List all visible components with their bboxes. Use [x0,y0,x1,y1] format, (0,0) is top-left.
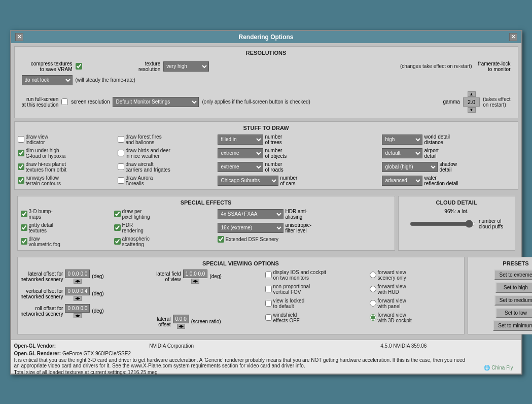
stuff-col1: draw viewindicator dim under highG-load … [18,134,117,186]
trees-label: numberof trees [265,134,282,145]
atmospheric-scattering-check[interactable]: atmosphericscattering [114,236,216,247]
resolutions-title: RESOLUTIONS [18,50,515,56]
lateral-offset-value: 0 0.0 0.0 [65,270,90,278]
airport-detail-label: airportdetail [424,148,439,159]
filter-label: anisotropic-filter level [286,222,312,233]
gamma-value: 2.0 [463,97,480,107]
gamma-label: gamma [443,99,460,105]
world-detail-select[interactable]: highdefaultlow [382,134,422,145]
set-high-button[interactable]: Set to high [495,282,532,293]
objects-select[interactable]: extremehighmediumlow [218,148,263,158]
water-reflection-label: waterreflection detail [424,175,458,186]
bump-maps-check[interactable]: 3-D bump-maps [21,209,112,220]
cloud-value-label: 96%: a lot. [402,209,512,214]
forward-with-panel-radio[interactable]: forward viewwith panel [370,298,461,309]
runways-follow-check[interactable]: runways followterrain contours [18,175,117,186]
lateral-screen-value: 0.0 0 [173,315,189,323]
objects-label: numberof objects [265,148,287,159]
airport-detail-select[interactable]: defaulthighlow [382,148,422,158]
texture-resolution-select[interactable]: very highhighmediumlow [163,61,209,72]
screen-resolution-label: screen resolution [71,99,110,105]
display-ios-check[interactable]: display IOS and cockpiton two monitors [265,270,367,281]
draw-forest-fires-check[interactable]: draw forest firesand balloons [118,134,217,145]
roads-select[interactable]: extremehighmediumlow [218,162,263,172]
special-effects-title: SPECIAL EFFECTS [21,199,392,206]
volumetric-fog-check[interactable]: drawvolumetric fog [21,236,112,247]
bottom-panels: SPECIAL VIEWING OPTIONS lateral offset f… [14,254,518,338]
title-bar: ✕ Rendering Options ✕ [11,31,521,43]
roll-offset-unit: (deg) [92,308,103,314]
cloud-puffs-label: number of cloud puffs [479,218,503,229]
forward-scenery-only-radio[interactable]: forward viewscenery only [370,270,461,281]
gamma-down[interactable]: ▼ [468,107,476,113]
dim-under-high-check[interactable]: dim under highG-load or hypoxia [18,148,117,159]
view-locked-check[interactable]: view is lockedto default [265,298,367,309]
set-low-button[interactable]: Set to low [495,308,532,318]
stuff-col2: draw forest firesand balloons draw birds… [118,134,217,186]
renderer-value: GeForce GTX 960/PCIe/SSE2 [62,351,131,356]
texture-resolution-label: texture resolution [138,61,160,72]
gritty-detail-check[interactable]: gritty detailtextures [21,222,112,233]
screen-resolution-select[interactable]: Default Monitor Settings [113,97,199,107]
set-minimum-button[interactable]: Set to minimum [493,320,532,331]
china-flyc-logo: 🌐 China Fly [484,365,513,371]
run-fullscreen-checkbox[interactable] [61,98,68,105]
lateral-field-arrow[interactable]: ◀▶ [191,279,199,284]
forward-with-hud-radio[interactable]: forward viewwith HUD [370,284,461,295]
water-reflection-select[interactable]: advancedbasicnone [382,176,422,186]
filter-select[interactable]: 16x (extreme)8x4x2xnone [218,223,283,233]
per-pixel-lighting-check[interactable]: draw perpixel lighting [114,209,216,220]
close-right-button[interactable]: ✕ [509,33,517,41]
close-left-button[interactable]: ✕ [15,33,23,41]
aa-select[interactable]: 4x SSAA+FXAANone2x SSAAFXAA [218,209,283,219]
forward-3d-cockpit-radio[interactable]: forward viewwith 3D cockpit [370,312,461,323]
cloud-slider[interactable] [410,220,476,228]
screen-note: (only applies if the full-screen button … [202,99,437,105]
vendor-label: Open-GL Vendor: [14,343,148,349]
compress-textures-label: compress textures to save VRAM [22,61,73,72]
framerate-lock-select[interactable]: do not lock30 fps60 fps [22,75,73,85]
stuff-col3: filled insparsenone numberof trees extre… [218,134,329,186]
special-effects-section: SPECIAL EFFECTS 3-D bump-maps gritty det… [17,196,395,251]
shadow-detail-select[interactable]: global (high)localnone [382,162,438,172]
roll-offset-arrow[interactable]: ◀▶ [74,313,82,318]
lateral-screen-arrow[interactable]: ◀▶ [177,324,185,329]
hdr-rendering-check[interactable]: HDRrendering [114,222,216,233]
main-window: ✕ Rendering Options ✕ RESOLUTIONS compre… [10,30,522,375]
roll-offset-value: 0 0.0 0.0 [65,304,90,313]
shadow-detail-label: shadowdetail [440,161,457,173]
set-extreme-button[interactable]: Set to extreme [494,270,532,280]
special-viewing-title: SPECIAL VIEWING OPTIONS [21,260,461,266]
vertical-offset-unit: (deg) [92,291,103,296]
gamma-up[interactable]: ▲ [468,91,476,97]
draw-view-indicator-check[interactable]: draw viewindicator [18,134,117,145]
window-title: Rendering Options [23,33,509,41]
gamma-note: (takes effect on restart) [483,96,510,108]
lateral-field-label: lateral field of view [146,271,181,282]
draw-birds-check[interactable]: draw birds and deerin nice weather [118,148,217,159]
cars-select[interactable]: Chicago Suburbsmoderatenone [218,176,278,186]
draw-aircraft-check[interactable]: draw aircraftcarriers and frigates [118,161,217,173]
lateral-offset-arrow[interactable]: ◀▶ [74,279,82,284]
resolutions-section: RESOLUTIONS compress textures to save VR… [14,46,518,118]
extended-dsf-check[interactable]: Extended DSF Scenery [218,236,279,243]
lateral-offset-label: lateral offset for networked scenery [21,271,63,282]
stuff-col5: highdefaultlow world detaildistance defa… [382,134,473,186]
cloud-detail-section: CLOUD DETAIL 96%: a lot. number of cloud… [398,196,515,251]
world-detail-label: world detaildistance [424,134,450,145]
aa-label: HDR anti-aliasing [286,209,308,220]
middle-panels: SPECIAL EFFECTS 3-D bump-maps gritty det… [14,193,518,254]
windshield-off-check[interactable]: windshieldeffects OFF [265,312,367,323]
draw-hi-res-planet-check[interactable]: draw hi-res planettextures from orbit [18,161,117,173]
vertical-offset-arrow[interactable]: ◀▶ [74,296,82,301]
non-proportional-check[interactable]: non-proportionalvertical FOV [265,284,367,295]
framerate-note: (will steady the frame-rate) [76,77,135,83]
draw-aurora-check[interactable]: draw AuroraBorealis [118,175,217,186]
lateral-field-unit: (deg) [209,274,221,279]
trees-select[interactable]: filled insparsenone [218,134,263,145]
set-medium-button[interactable]: Set to medium [494,295,532,306]
compress-textures-checkbox[interactable] [76,63,82,70]
changes-note: (changes take effect on re-start) [400,63,472,69]
presets-section: PRESETS Set to extreme Set to high Set t… [468,257,533,334]
roads-label: numberof roads [265,161,283,173]
